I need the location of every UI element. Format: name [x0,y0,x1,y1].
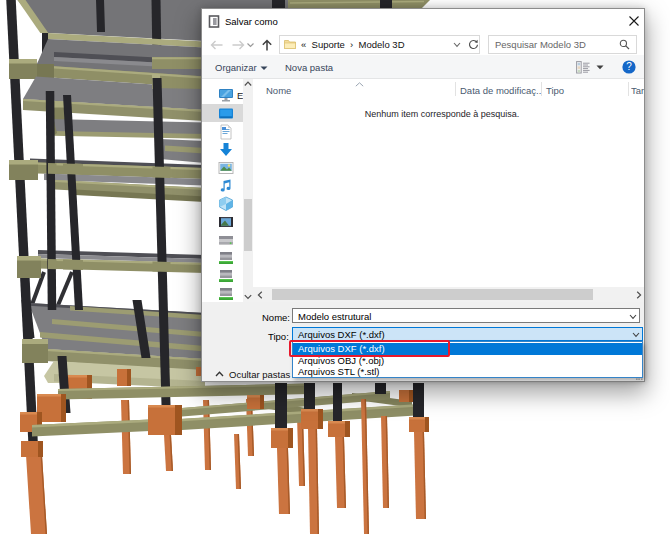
svg-text:?: ? [626,61,632,72]
